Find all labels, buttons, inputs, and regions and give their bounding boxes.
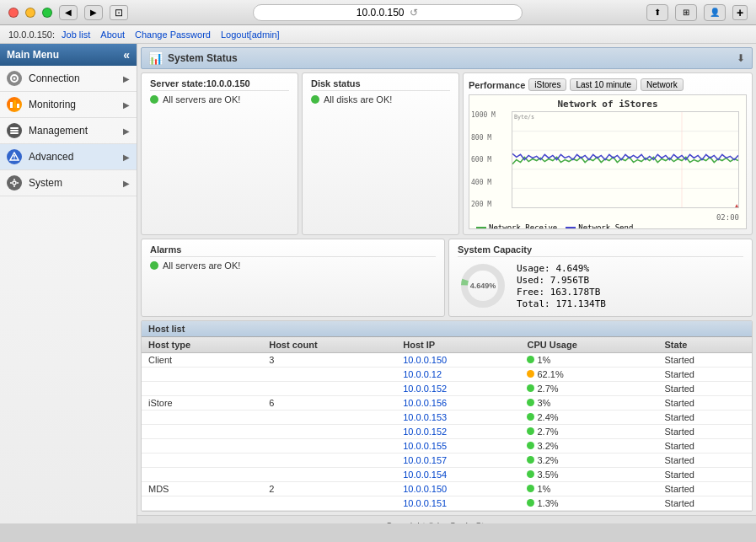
cell-host-count: 2 — [262, 482, 396, 496]
cell-state: Started — [658, 396, 752, 411]
network-chart: Network of iStores 1000 M 800 M 600 M 40… — [469, 94, 747, 229]
host-list-section: Host list Host type Host count Host IP C… — [141, 320, 753, 512]
server-label: 10.0.0.150: — [8, 30, 55, 40]
cell-cpu-usage: 2.7% — [520, 382, 657, 396]
cell-state: Started — [658, 353, 752, 368]
network-chart-svg: Byte/s — [512, 111, 739, 208]
capacity-usage-row: Usage: 4.649% — [517, 263, 606, 274]
table-row: MDS 2 10.0.0.150 1% Started — [142, 482, 752, 496]
disk-ok-dot — [311, 95, 319, 104]
cell-host-type — [142, 425, 262, 439]
main-content: 📊 System Status ⬇ Server state:10.0.0.15… — [137, 44, 756, 523]
alarms-ok-dot — [150, 261, 158, 270]
status-collapse-icon[interactable]: ⬇ — [737, 52, 745, 64]
sidebar-monitoring-label: Monitoring — [29, 99, 116, 110]
sidebar-item-system[interactable]: System ▶ — [0, 170, 137, 196]
alarms-title: Alarms — [150, 244, 436, 257]
capacity-usage-val: 4.649% — [555, 263, 589, 274]
cell-cpu-usage: 1% — [520, 482, 657, 496]
system-icon — [7, 175, 22, 191]
tab-button[interactable]: ⊡ — [110, 5, 128, 20]
user-icon[interactable]: 👤 — [704, 4, 726, 21]
cell-cpu-usage: 3.2% — [520, 439, 657, 453]
sidebar-title: Main Menu — [7, 49, 59, 61]
perf-header: Performance iStores Last 10 minute Netwo… — [469, 78, 747, 91]
bookmark-icon[interactable]: ⊞ — [675, 4, 697, 21]
receive-legend-color — [476, 227, 486, 229]
sidebar-item-advanced[interactable]: Advanced ▶ — [0, 144, 137, 170]
cell-state: Started — [658, 411, 752, 425]
about-link[interactable]: About — [97, 30, 128, 40]
server-ok-dot — [150, 95, 158, 104]
send-line — [512, 153, 738, 159]
y-label-200: 200 M — [471, 201, 496, 208]
y-label-600: 600 M — [471, 156, 496, 164]
cell-host-count — [262, 468, 396, 482]
capacity-total-row: Total: 171.134TB — [517, 298, 606, 309]
receive-legend-label: Network Receive — [489, 223, 557, 229]
cpu-status-dot — [527, 427, 534, 435]
new-tab-button[interactable]: + — [732, 5, 748, 20]
cell-host-count — [262, 382, 396, 396]
cell-state: Started — [658, 382, 752, 396]
cpu-status-dot — [527, 356, 534, 363]
disk-status-message: All disks are OK! — [324, 94, 392, 105]
cell-host-type — [142, 496, 262, 511]
share-icon[interactable]: ⬆ — [646, 4, 668, 21]
logout-link[interactable]: Logout[admin] — [217, 30, 283, 40]
y-label-1000: 1000 M — [471, 111, 496, 119]
job-list-link[interactable]: Job list — [58, 30, 94, 40]
send-legend: Network Send — [566, 223, 633, 229]
disk-status-card: Disk status All disks are OK! — [302, 72, 459, 235]
y-label-800: 800 M — [471, 134, 496, 142]
management-icon — [7, 123, 22, 138]
sidebar-advanced-label: Advanced — [29, 151, 116, 163]
svg-rect-3 — [13, 100, 16, 108]
sidebar-collapse-icon[interactable]: « — [123, 48, 130, 62]
reload-icon[interactable]: ↺ — [410, 7, 418, 19]
cell-cpu-usage: 2.4% — [520, 411, 657, 425]
cpu-status-dot — [527, 399, 534, 406]
perf-label: Performance — [469, 80, 525, 90]
sidebar-item-monitoring[interactable]: Monitoring ▶ — [0, 92, 137, 118]
cell-cpu-usage: 3% — [520, 396, 657, 411]
forward-button[interactable]: ▶ — [84, 5, 103, 20]
capacity-used-val: 7.956TB — [550, 275, 589, 286]
minimize-button[interactable] — [25, 8, 35, 18]
cell-host-type — [142, 439, 262, 453]
capacity-card: System Capacity 4.649% U — [448, 239, 753, 317]
window-controls: ◀ ▶ ⊡ — [8, 5, 128, 20]
address-text: 10.0.0.150 — [357, 7, 405, 19]
capacity-used-label: Used: — [517, 275, 544, 286]
send-legend-label: Network Send — [578, 223, 633, 229]
cpu-status-dot — [527, 470, 534, 478]
close-button[interactable] — [8, 8, 19, 18]
cell-host-type — [142, 368, 262, 382]
cell-host-ip: 10.0.0.152 — [396, 382, 520, 396]
sidebar-header: Main Menu « — [0, 44, 137, 66]
cell-host-ip: 10.0.0.155 — [396, 439, 520, 453]
send-legend-color — [566, 227, 576, 229]
network-button[interactable]: Network — [641, 78, 684, 91]
cell-host-ip: 10.0.0.151 — [396, 496, 520, 511]
address-bar[interactable]: 10.0.0.150 ↺ — [253, 4, 523, 21]
host-list-header: Host list — [142, 321, 752, 337]
svg-point-10 — [13, 158, 14, 159]
table-row: 10.0.0.153 2.4% Started — [142, 411, 752, 425]
istores-button[interactable]: iStores — [528, 78, 566, 91]
system-status-title: 📊 System Status — [148, 51, 238, 65]
receive-line — [512, 157, 738, 164]
maximize-button[interactable] — [42, 8, 52, 18]
browser-top-bar: ◀ ▶ ⊡ 10.0.0.150 ↺ ⬆ ⊞ 👤 + — [0, 0, 756, 25]
change-password-link[interactable]: Change Password — [131, 30, 214, 40]
capacity-free-label: Free: — [517, 287, 544, 298]
sidebar-item-connection[interactable]: Connection ▶ — [0, 66, 137, 92]
svg-point-11 — [13, 181, 16, 185]
sidebar-item-management[interactable]: Management ▶ — [0, 118, 137, 144]
advanced-icon — [7, 149, 22, 164]
back-button[interactable]: ◀ — [59, 5, 78, 20]
sidebar-arrow-icon: ▶ — [123, 126, 130, 136]
cell-host-type: MDS — [142, 482, 262, 496]
time-button[interactable]: Last 10 minute — [570, 78, 637, 91]
cpu-status-dot — [527, 370, 534, 378]
